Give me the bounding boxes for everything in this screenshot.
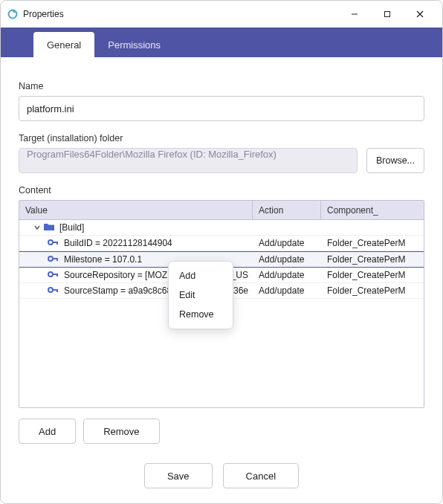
cell-component: Folder_CreatePerM — [321, 254, 424, 265]
name-input[interactable] — [19, 96, 424, 121]
column-header-value[interactable]: Value — [19, 201, 253, 219]
window-title: Properties — [23, 9, 338, 19]
svg-point-0 — [9, 10, 17, 19]
minimize-button[interactable] — [338, 3, 371, 25]
cell-value: Milestone = 107.0.1 — [64, 254, 142, 265]
app-icon — [7, 8, 19, 20]
cell-value: BuildID = 20221128144904 — [64, 238, 172, 248]
context-menu-edit[interactable]: Edit — [169, 285, 233, 305]
table-group-row[interactable]: [Build] — [19, 220, 424, 236]
context-menu-add[interactable]: Add — [169, 266, 233, 285]
tab-label: General — [47, 39, 81, 51]
chevron-down-icon — [33, 224, 42, 231]
key-icon — [48, 285, 59, 296]
remove-button[interactable]: Remove — [83, 419, 159, 444]
target-folder-display: ProgramFiles64Folder\Mozilla Firefox (ID… — [19, 148, 358, 173]
folder-icon — [43, 222, 55, 233]
cell-component: Folder_CreatePerM — [321, 285, 424, 296]
svg-rect-13 — [56, 274, 58, 277]
context-menu: Add Edit Remove — [168, 261, 233, 329]
cell-action: Add/update — [253, 285, 321, 296]
table-header-row: Value Action Component_ — [19, 201, 424, 220]
content-label: Content — [19, 185, 424, 196]
cell-action: Add/update — [253, 254, 321, 265]
key-icon — [48, 270, 59, 280]
cell-action: Add/update — [253, 270, 321, 280]
target-label: Target (installation) folder — [19, 133, 424, 143]
save-button[interactable]: Save — [144, 463, 213, 488]
tab-permissions[interactable]: Permissions — [94, 32, 174, 57]
cell-action: Add/update — [253, 238, 321, 248]
svg-rect-2 — [385, 12, 390, 17]
group-label: [Build] — [59, 222, 84, 233]
window-controls — [338, 3, 436, 25]
titlebar: Properties — [1, 1, 442, 28]
column-header-action[interactable]: Action — [253, 201, 321, 219]
svg-rect-7 — [56, 242, 58, 245]
browse-button[interactable]: Browse... — [366, 148, 424, 173]
svg-rect-16 — [56, 289, 58, 292]
context-menu-remove[interactable]: Remove — [169, 305, 233, 324]
column-header-component[interactable]: Component_ — [321, 201, 424, 219]
svg-line-4 — [417, 11, 423, 17]
cell-component: Folder_CreatePerM — [321, 238, 424, 248]
tab-label: Permissions — [108, 39, 161, 51]
table-row[interactable]: BuildID = 20221128144904 Add/update Fold… — [19, 236, 424, 251]
key-icon — [48, 254, 59, 265]
table-body: [Build] BuildID = 20221128144904 Add/upd… — [19, 220, 424, 407]
cell-value: SourceRepository = [MOZIL — [64, 270, 174, 280]
key-icon — [48, 238, 59, 248]
cancel-button[interactable]: Cancel — [223, 463, 299, 488]
add-button[interactable]: Add — [19, 419, 76, 444]
tab-bar: General Permissions — [1, 28, 442, 57]
svg-line-3 — [417, 11, 423, 17]
content-table: Value Action Component_ [Build] — [19, 200, 424, 408]
cell-value: SourceStamp = a9a9c8c68b — [64, 285, 174, 296]
close-button[interactable] — [404, 3, 436, 25]
name-label: Name — [19, 81, 424, 91]
svg-rect-10 — [56, 258, 58, 261]
tab-general[interactable]: General — [33, 32, 94, 57]
cell-component: Folder_CreatePerM — [321, 270, 424, 280]
maximize-button[interactable] — [371, 3, 404, 25]
